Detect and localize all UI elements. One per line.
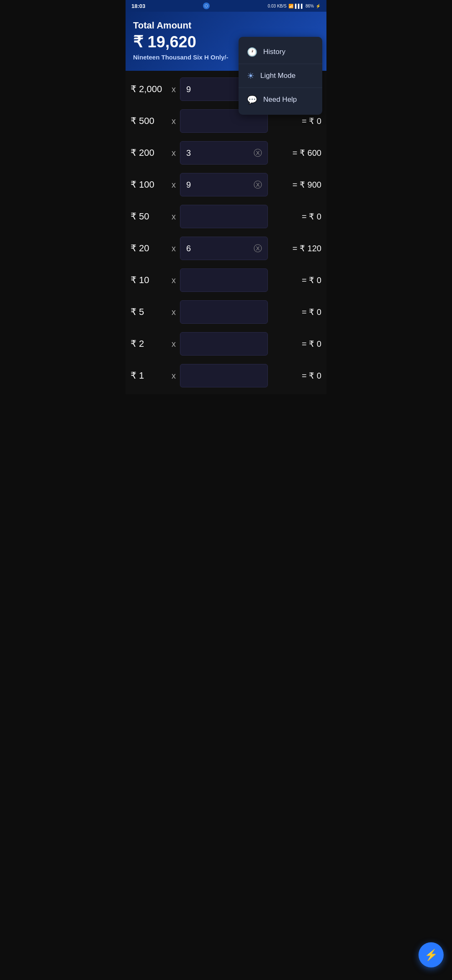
times-sign: x <box>172 85 176 94</box>
denomination-label: ₹ 2,000 <box>131 84 168 95</box>
dropdown-lightmode[interactable]: ☀ Light Mode <box>239 64 322 88</box>
denomination-label: ₹ 200 <box>131 147 168 158</box>
equals-amount: = ₹ 600 <box>271 148 321 158</box>
calc-row: ₹ 1x= ₹ 0 <box>126 360 326 392</box>
equals-amount: = ₹ 900 <box>271 180 321 190</box>
qty-input-wrapper <box>180 300 268 324</box>
qty-input-wrapper <box>180 332 268 356</box>
qty-input[interactable] <box>180 364 268 387</box>
denomination-label: ₹ 2 <box>131 338 168 349</box>
clear-input-button[interactable]: ⓧ <box>252 178 264 192</box>
denomination-label: ₹ 10 <box>131 275 168 286</box>
calculator-container: ₹ 2,000xⓧ= ₹ 18,000₹ 500x= ₹ 0₹ 200xⓧ= ₹… <box>126 71 326 394</box>
qty-input-wrapper <box>180 205 268 228</box>
calc-row: ₹ 50x= ₹ 0 <box>126 201 326 232</box>
battery-level: 86% <box>306 4 314 8</box>
times-sign: x <box>172 148 176 158</box>
times-sign: x <box>172 244 176 253</box>
times-sign: x <box>172 371 176 381</box>
needhelp-label: Need Help <box>263 95 297 104</box>
calc-row: ₹ 10x= ₹ 0 <box>126 264 326 296</box>
battery-icon: ⚡ <box>316 4 321 8</box>
dropdown-needhelp[interactable]: 💬 Need Help <box>239 88 322 111</box>
denomination-label: ₹ 50 <box>131 211 168 222</box>
equals-amount: = ₹ 0 <box>271 116 321 126</box>
qty-input-wrapper <box>180 364 268 387</box>
denomination-label: ₹ 500 <box>131 116 168 126</box>
qty-input-wrapper <box>180 268 268 292</box>
status-right-icons: 0.03 KB/S 📶 ▌▌▌ 86% ⚡ <box>268 4 321 8</box>
wifi-icon: 📶 <box>288 4 293 8</box>
equals-amount: = ₹ 0 <box>271 211 321 222</box>
qty-input-wrapper: ⓧ <box>180 237 268 260</box>
calc-row: ₹ 20xⓧ= ₹ 120 <box>126 232 326 264</box>
times-sign: x <box>172 116 176 126</box>
equals-amount: = ₹ 120 <box>271 243 321 253</box>
signal-icon: ▌▌▌ <box>295 4 304 8</box>
calc-row: ₹ 2x= ₹ 0 <box>126 328 326 360</box>
header: Total Amount ₹ 19,620 Nineteen Thousand … <box>126 12 326 71</box>
equals-amount: = ₹ 0 <box>271 371 321 381</box>
qty-input[interactable] <box>180 300 268 324</box>
equals-amount: = ₹ 0 <box>271 307 321 317</box>
qty-input-wrapper: ⓧ <box>180 173 268 196</box>
denomination-label: ₹ 100 <box>131 179 168 190</box>
bluetooth-icon: ⬡ <box>203 3 210 9</box>
history-icon: 🕐 <box>247 47 257 57</box>
qty-input-wrapper: ⓧ <box>180 141 268 165</box>
denomination-label: ₹ 5 <box>131 307 168 317</box>
network-speed: 0.03 KB/S <box>268 4 287 8</box>
lightmode-icon: ☀ <box>247 71 254 81</box>
times-sign: x <box>172 212 176 222</box>
times-sign: x <box>172 276 176 285</box>
lightmode-label: Light Mode <box>260 72 295 80</box>
equals-amount: = ₹ 0 <box>271 275 321 285</box>
times-sign: x <box>172 180 176 190</box>
qty-input[interactable] <box>180 268 268 292</box>
dropdown-history[interactable]: 🕐 History <box>239 40 322 64</box>
denomination-label: ₹ 1 <box>131 370 168 381</box>
clear-input-button[interactable]: ⓧ <box>252 241 264 256</box>
calc-row: ₹ 100xⓧ= ₹ 900 <box>126 169 326 201</box>
equals-amount: = ₹ 0 <box>271 339 321 349</box>
times-sign: x <box>172 339 176 349</box>
status-time: 18:03 <box>131 3 145 9</box>
denomination-label: ₹ 20 <box>131 243 168 254</box>
qty-input[interactable] <box>180 205 268 228</box>
times-sign: x <box>172 307 176 317</box>
calc-row: ₹ 200xⓧ= ₹ 600 <box>126 137 326 169</box>
history-label: History <box>263 48 285 56</box>
dropdown-menu: 🕐 History ☀ Light Mode 💬 Need Help <box>239 37 322 115</box>
calc-row: ₹ 5x= ₹ 0 <box>126 296 326 328</box>
status-bar: 18:03 ⬡ 0.03 KB/S 📶 ▌▌▌ 86% ⚡ <box>126 0 326 12</box>
qty-input[interactable] <box>180 332 268 356</box>
total-label: Total Amount <box>133 20 319 31</box>
clear-input-button[interactable]: ⓧ <box>252 146 264 160</box>
needhelp-icon: 💬 <box>247 95 257 105</box>
